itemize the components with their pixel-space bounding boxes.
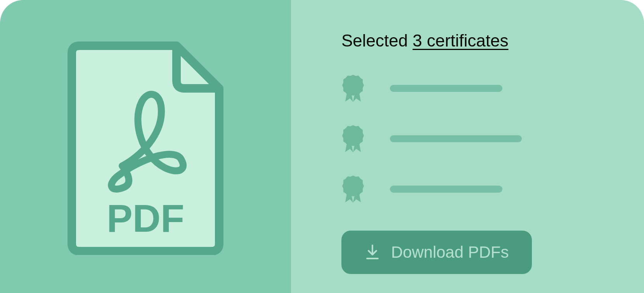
left-panel: PDF xyxy=(0,0,291,293)
certificate-list-item xyxy=(341,174,613,203)
main-container: PDF Selected 3 certificates xyxy=(0,0,644,293)
certificate-list xyxy=(341,74,613,203)
certificate-placeholder-line xyxy=(390,85,502,92)
selection-heading: Selected 3 certificates xyxy=(341,31,613,50)
pdf-file-label: PDF xyxy=(107,196,184,240)
heading-count: 3 certificates xyxy=(412,31,508,50)
download-button-label: Download PDFs xyxy=(391,243,509,262)
certificate-badge-icon xyxy=(341,174,365,203)
certificate-list-item xyxy=(341,74,613,103)
certificate-list-item xyxy=(341,124,613,153)
certificate-placeholder-line xyxy=(390,186,502,193)
certificate-placeholder-line xyxy=(390,135,522,142)
download-pdfs-button[interactable]: Download PDFs xyxy=(341,231,532,274)
pdf-file-icon: PDF xyxy=(64,38,227,255)
heading-prefix: Selected xyxy=(341,31,412,50)
certificate-badge-icon xyxy=(341,124,365,153)
certificate-badge-icon xyxy=(341,74,365,103)
download-icon xyxy=(365,244,380,261)
right-panel: Selected 3 certificates xyxy=(291,0,644,293)
